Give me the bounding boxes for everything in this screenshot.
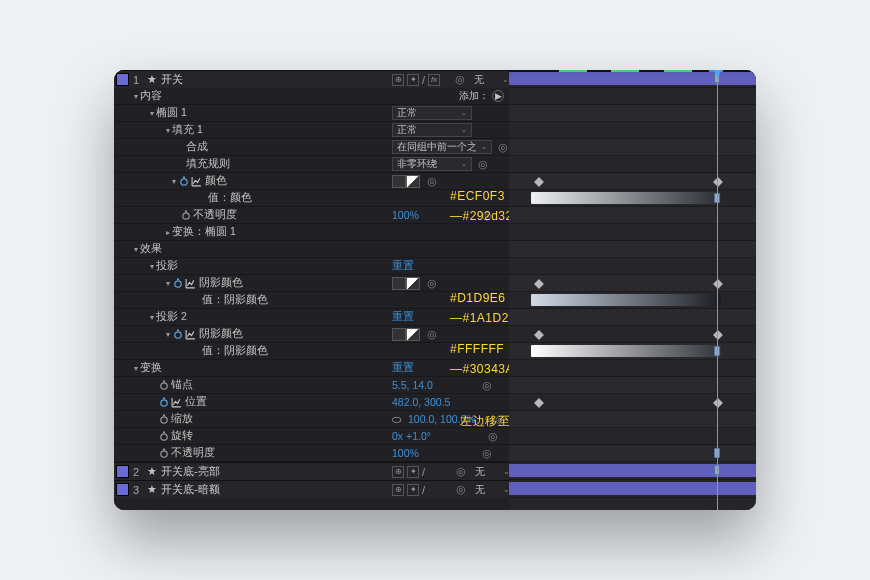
row-position[interactable]: 位置 482.0, 300.5 <box>114 394 509 411</box>
color-swatches[interactable] <box>392 328 420 341</box>
stopwatch-icon[interactable] <box>172 329 183 340</box>
playhead[interactable] <box>717 70 718 510</box>
stopwatch-icon[interactable] <box>158 448 169 459</box>
value-bar-row[interactable] <box>509 190 756 207</box>
stopwatch-icon[interactable] <box>158 397 169 408</box>
row-valshadowcolor1[interactable]: 值：阴影颜色 <box>114 292 509 309</box>
link-icon[interactable]: ⬭ <box>392 413 401 426</box>
spiral-icon[interactable]: ◎ <box>498 141 508 154</box>
color-swatch-light[interactable] <box>406 277 420 290</box>
twirl-icon[interactable]: ▾ <box>170 177 178 186</box>
timeline-layer-bar-row[interactable] <box>509 462 756 480</box>
blend-dropdown[interactable]: 正常⌄ <box>392 106 472 120</box>
row-dropshadow2[interactable]: ▾ 投影 2 重置 <box>114 309 509 326</box>
composite-dropdown[interactable]: 在同组中前一个之⌄ <box>392 140 492 154</box>
fillrule-dropdown[interactable]: 非零环绕⌄ <box>392 157 472 171</box>
twirl-icon[interactable]: ▸ <box>164 228 172 237</box>
row-fill1[interactable]: ▾ 填充 1 正常⌄ <box>114 122 509 139</box>
graph-icon[interactable] <box>185 278 196 289</box>
value-bar-row[interactable] <box>509 292 756 309</box>
rotation-value[interactable]: 0x +1.0° <box>392 430 431 442</box>
stopwatch-icon[interactable] <box>172 278 183 289</box>
row-shadowcolor1[interactable]: ▾ 阴影颜色 ◎ <box>114 275 509 292</box>
color-swatch-light[interactable] <box>406 328 420 341</box>
spiral-icon[interactable]: ◎ <box>427 175 437 188</box>
anchor-value[interactable]: 5.5, 14.0 <box>392 379 433 391</box>
keyframe-icon[interactable] <box>534 398 544 408</box>
opacity-value[interactable]: 100% <box>392 209 419 221</box>
spiral-icon[interactable]: ◎ <box>482 379 492 392</box>
layer-name[interactable]: 开关底-亮部 <box>161 464 220 479</box>
add-button[interactable]: ▶ <box>492 90 504 102</box>
graph-icon[interactable] <box>185 329 196 340</box>
spiral-icon[interactable]: ◎ <box>455 73 465 86</box>
row-shadowcolor2[interactable]: ▾ 阴影颜色 ◎ <box>114 326 509 343</box>
keyframe-row-position[interactable] <box>509 394 756 411</box>
stopwatch-icon[interactable] <box>158 380 169 391</box>
row-opacity2[interactable]: 不透明度 100% ◎ <box>114 445 509 462</box>
stopwatch-icon[interactable] <box>178 176 189 187</box>
row-valshadowcolor2[interactable]: 值：阴影颜色 <box>114 343 509 360</box>
twirl-icon[interactable]: ▾ <box>148 313 156 322</box>
row-valcolor[interactable]: 值：颜色 <box>114 190 509 207</box>
color-swatches[interactable] <box>392 175 420 188</box>
layer-color-chip[interactable] <box>116 465 129 478</box>
opacity-value[interactable]: 100% <box>392 447 419 459</box>
blend-mode-dropdown[interactable]: 无⌄ <box>475 483 510 497</box>
timeline-layer-bar-row[interactable] <box>509 480 756 498</box>
value-bar-row[interactable] <box>509 343 756 360</box>
keyframe-row-color[interactable] <box>509 173 756 190</box>
color-swatch-dark[interactable] <box>392 328 406 341</box>
row-content[interactable]: ▾ 内容 添加： ▶ <box>114 88 509 105</box>
twirl-icon[interactable]: ▾ <box>132 364 140 373</box>
scale-value[interactable]: 100.0, 100.0% <box>408 413 476 425</box>
spiral-icon[interactable]: ◎ <box>427 328 437 341</box>
position-value[interactable]: 482.0, 300.5 <box>392 396 450 408</box>
spiral-icon[interactable]: ◎ <box>427 277 437 290</box>
twirl-icon[interactable]: ▾ <box>132 92 140 101</box>
twirl-icon[interactable]: ▾ <box>148 109 156 118</box>
spiral-icon[interactable]: ◎ <box>495 413 505 426</box>
reset-link[interactable]: 重置 <box>392 259 414 273</box>
layer-row-3[interactable]: 3 ★ 开关底-暗额 ⊕✦/ ◎ 无⌄ <box>114 480 509 498</box>
row-opacity[interactable]: 不透明度 100% ◎ <box>114 207 509 224</box>
twirl-icon[interactable]: ▾ <box>148 262 156 271</box>
color-swatch-dark[interactable] <box>392 175 406 188</box>
spiral-icon[interactable]: ◎ <box>456 465 466 478</box>
color-swatch-dark[interactable] <box>392 277 406 290</box>
stopwatch-icon[interactable] <box>158 414 169 425</box>
row-dropshadow1[interactable]: ▾ 投影 重置 <box>114 258 509 275</box>
graph-icon[interactable] <box>191 176 202 187</box>
twirl-icon[interactable]: ▾ <box>132 245 140 254</box>
layer-duration-bar[interactable] <box>509 482 756 495</box>
blend-dropdown[interactable]: 正常⌄ <box>392 123 472 137</box>
keyframe-icon[interactable] <box>534 330 544 340</box>
row-color[interactable]: ▾ 颜色 ◎ <box>114 173 509 190</box>
spiral-icon[interactable]: ◎ <box>488 430 498 443</box>
blend-mode-dropdown[interactable]: 无 ⌄ <box>474 73 509 87</box>
blend-mode-dropdown[interactable]: 无⌄ <box>475 465 510 479</box>
row-fillrule[interactable]: 填充规则 非零环绕⌄ ◎ <box>114 156 509 173</box>
row-composite[interactable]: 合成 在同组中前一个之⌄ ◎ <box>114 139 509 156</box>
layer-color-chip[interactable] <box>116 483 129 496</box>
row-effects[interactable]: ▾ 效果 <box>114 241 509 258</box>
layer-name[interactable]: 开关底-暗额 <box>161 482 220 497</box>
spiral-icon[interactable]: ◎ <box>478 158 488 171</box>
keyframe-row-shadow1[interactable] <box>509 275 756 292</box>
spiral-icon[interactable]: ◎ <box>482 209 492 222</box>
keyframe-row-shadow2[interactable] <box>509 326 756 343</box>
stopwatch-icon[interactable] <box>158 431 169 442</box>
twirl-icon[interactable]: ▾ <box>164 126 172 135</box>
stopwatch-icon[interactable] <box>180 210 191 221</box>
twirl-icon[interactable]: ▾ <box>164 279 172 288</box>
row-transform[interactable]: ▾ 变换 重置 <box>114 360 509 377</box>
row-anchor[interactable]: 锚点 5.5, 14.0 ◎ <box>114 377 509 394</box>
layer-name[interactable]: 开关 <box>161 72 183 87</box>
reset-link[interactable]: 重置 <box>392 361 414 375</box>
layer-switches[interactable]: ⊕✦/ <box>392 484 425 496</box>
row-rotation[interactable]: 旋转 0x +1.0° ◎ <box>114 428 509 445</box>
spiral-icon[interactable]: ◎ <box>482 447 492 460</box>
layer-switches[interactable]: ⊕ ✦ / fx <box>392 74 440 86</box>
graph-icon[interactable] <box>171 397 182 408</box>
spiral-icon[interactable]: ◎ <box>456 483 466 496</box>
